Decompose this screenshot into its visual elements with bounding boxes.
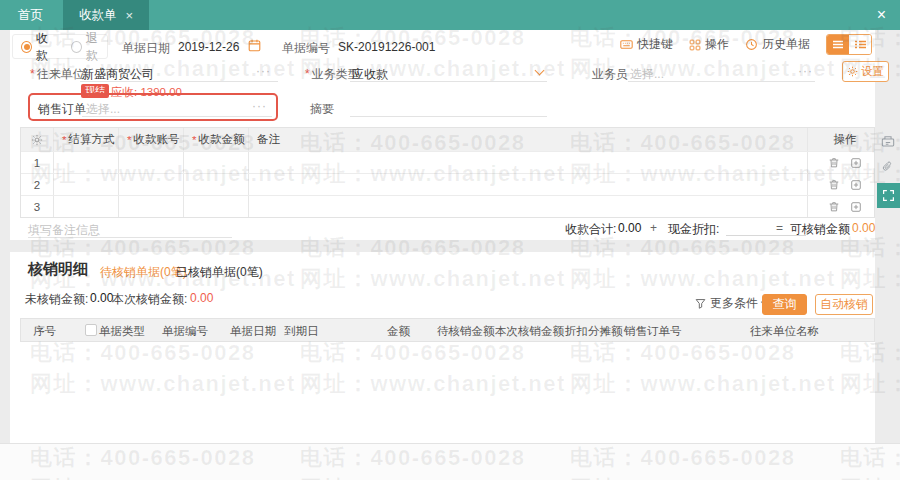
tab-close-icon[interactable]: × — [126, 8, 134, 23]
remark-underline — [28, 237, 232, 238]
tab-pending-vouchers[interactable]: 待核销单据(0笔) — [100, 264, 187, 281]
verify-table-header: 序号 单据类型 单据编号 单据日期 到期日 金额 待核销金额 本次核销金额 折扣… — [20, 318, 875, 342]
doc-date-value[interactable]: 2019-12-26 — [178, 40, 239, 54]
plus-sign: + — [650, 221, 657, 235]
settle-method-cell[interactable] — [53, 174, 118, 195]
row-actions — [807, 196, 874, 217]
receipt-radio[interactable]: 收款 — [21, 30, 57, 64]
sales-order-picker-ellipsis-icon[interactable]: ··· — [252, 99, 267, 113]
receipt-account-cell[interactable] — [118, 196, 183, 217]
salesman-field-underline — [628, 81, 815, 82]
unverified-amount-value: 0.00 — [90, 291, 113, 305]
grid-icon — [689, 39, 701, 51]
sales-order-field-underline — [82, 116, 272, 117]
note-cell[interactable] — [248, 196, 807, 217]
row-number: 2 — [21, 174, 53, 195]
note-cell[interactable] — [248, 174, 807, 195]
row-actions — [807, 152, 874, 173]
row-number: 3 — [21, 196, 53, 217]
refund-radio-label: 退款 — [86, 30, 107, 64]
header-toolbar: 快捷键 操作 历史单据 — [620, 34, 872, 55]
settle-method-cell[interactable] — [53, 152, 118, 173]
more-filters-label: 更多条件 — [710, 295, 758, 312]
delete-row-icon[interactable] — [828, 201, 840, 213]
receipt-account-cell[interactable] — [118, 152, 183, 173]
col-discount-share: 折扣分摊额 — [565, 324, 623, 339]
salesman-picker-ellipsis-icon[interactable]: ··· — [798, 64, 813, 78]
receipt-total-label: 收款合计: — [565, 221, 616, 238]
settle-method-cell[interactable] — [53, 196, 118, 217]
col-current-amount: 本次核销金额 — [495, 324, 564, 339]
tab-receipt-label: 收款单 — [79, 7, 117, 24]
cash-discount-label: 现金折扣: — [668, 221, 719, 238]
delete-row-icon[interactable] — [828, 179, 840, 191]
receipt-amount-cell[interactable] — [183, 196, 248, 217]
delete-row-icon[interactable] — [828, 157, 840, 169]
receipt-account-cell[interactable] — [118, 174, 183, 195]
view-toggle-group — [826, 34, 872, 55]
auto-verify-button[interactable]: 自动核销 — [815, 294, 873, 315]
header-settle-method: *结算方式 — [53, 128, 118, 151]
history-button[interactable]: 历史单据 — [745, 36, 810, 53]
row-actions — [807, 174, 874, 195]
insert-row-icon[interactable] — [850, 157, 862, 169]
column-settings-gear-icon[interactable] — [21, 128, 53, 151]
expand-tile[interactable] — [877, 183, 900, 208]
operations-label: 操作 — [705, 36, 729, 53]
tab-receipt-voucher[interactable]: 收款单 × — [63, 0, 149, 30]
voucher-type-group: 收款 退款 — [12, 34, 108, 59]
history-label: 历史单据 — [762, 36, 810, 53]
funnel-icon — [695, 298, 706, 309]
refund-radio[interactable]: 退款 — [71, 30, 107, 64]
more-filters-button[interactable]: 更多条件 — [695, 295, 768, 312]
col-doc-no: 单据编号 — [162, 324, 208, 339]
detail-view-toggle[interactable] — [849, 35, 871, 54]
header-action: 操作 — [807, 128, 874, 151]
receipt-voucher-screen: 首页 收款单 × × 快捷键 操作 历史单据 — [0, 0, 900, 480]
bottom-action-bar: 放弃 保存&新增 — [0, 443, 900, 480]
receipt-amount-cell[interactable] — [183, 174, 248, 195]
shortcut-keys-label: 快捷键 — [637, 36, 673, 53]
calendar-icon[interactable] — [248, 39, 261, 52]
biz-type-field-underline — [350, 81, 547, 82]
payment-lines-table: *结算方式 *收款账号 *收款金额 备注 操作 1 2 — [20, 127, 875, 218]
expand-icon — [882, 189, 895, 202]
insert-row-icon[interactable] — [850, 201, 862, 213]
list-view-toggle-active[interactable] — [827, 35, 849, 54]
operations-button[interactable]: 操作 — [689, 36, 729, 53]
customer-picker-ellipsis-icon[interactable]: ··· — [256, 64, 271, 78]
col-due-date: 到期日 — [284, 324, 319, 339]
sales-order-label: 销售订单 — [38, 101, 86, 118]
col-seq: 序号 — [33, 324, 56, 339]
doc-date-label: 单据日期 — [122, 40, 170, 57]
numbered-list-icon — [855, 40, 866, 49]
attachment-icon[interactable] — [881, 160, 894, 173]
settings-label: 设置 — [861, 64, 884, 79]
tab-home[interactable]: 首页 — [0, 0, 63, 30]
writeoff-available-label: 可核销金额 — [790, 221, 850, 238]
window-close-icon[interactable]: × — [877, 0, 886, 30]
query-button[interactable]: 查询 — [762, 294, 807, 315]
radio-selected-icon — [21, 41, 32, 53]
verify-section-title: 核销明细 — [28, 260, 88, 279]
history-clock-icon — [745, 38, 758, 51]
receipt-amount-cell[interactable] — [183, 152, 248, 173]
tab-verified-vouchers[interactable]: 已核销单据(0笔) — [176, 264, 263, 281]
payment-table-header: *结算方式 *收款账号 *收款金额 备注 操作 — [21, 128, 874, 151]
note-cell[interactable] — [248, 152, 807, 173]
gear-icon — [847, 66, 858, 77]
print-icon[interactable] — [881, 135, 895, 149]
shortcut-keys-button[interactable]: 快捷键 — [620, 36, 673, 53]
receipt-total-value: 0.00 — [618, 221, 641, 235]
tab-home-label: 首页 — [18, 7, 43, 24]
payment-row-2: 2 — [21, 173, 874, 195]
doc-no-label: 单据编号 — [282, 40, 330, 57]
insert-row-icon[interactable] — [850, 179, 862, 191]
doc-no-value: SK-20191226-001 — [338, 40, 435, 54]
list-lines-icon — [833, 40, 843, 49]
col-sales-order-no: 销售订单号 — [624, 324, 682, 339]
settings-button[interactable]: 设置 — [842, 61, 889, 82]
col-customer-name: 往来单位名称 — [750, 324, 819, 339]
writeoff-available-value: 0.00 — [852, 221, 875, 235]
select-all-checkbox[interactable] — [85, 324, 97, 336]
